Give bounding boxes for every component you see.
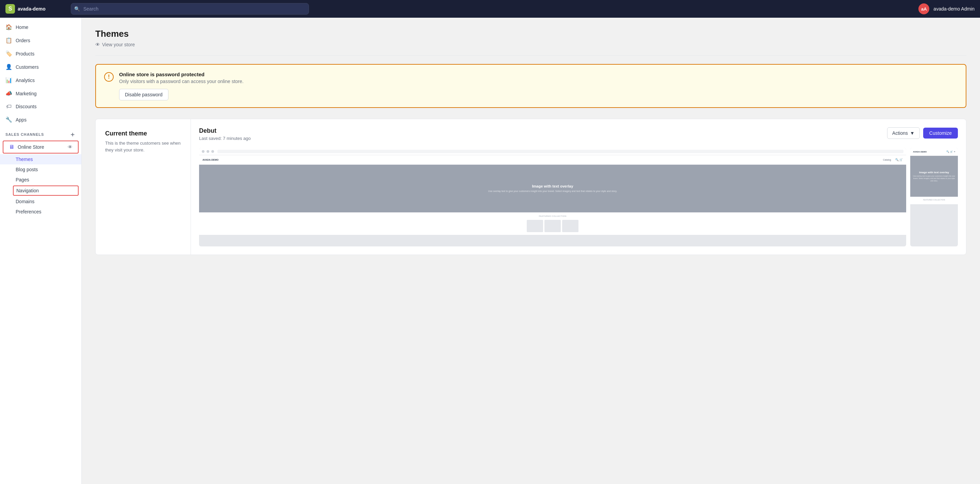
sidebar-item-label: Marketing [16,91,37,96]
warning-title: Online store is password protected [119,72,243,77]
theme-preview: Debut Last saved: 7 minutes ago Actions … [191,119,966,255]
username-label: avada-demo Admin [933,6,975,11]
chevron-down-icon: ▼ [910,131,915,136]
dot-3 [211,150,214,153]
discounts-icon: 🏷 [5,103,12,110]
mockup-product-1 [527,220,543,232]
sidebar-sub-item-blog-posts[interactable]: Blog posts [0,164,81,175]
customers-icon: 👤 [5,64,12,70]
sidebar-sub-item-pages[interactable]: Pages [0,175,81,185]
mockup-hero-title: Image with text overlay [532,184,573,188]
mockup-mobile-featured-label: FEATURED COLLECTION [913,199,955,201]
analytics-icon: 📊 [5,77,12,83]
actions-button[interactable]: Actions ▼ [887,127,920,139]
theme-info: Current theme This is the theme customer… [95,119,191,255]
mockup-products [202,220,903,232]
warning-icon: ! [104,72,114,82]
store-logo[interactable]: S avada-demo [5,4,67,14]
divider [95,56,966,56]
mockup-nav-desktop: AVADA-DEMO Catalog 🔍 🛒 [199,155,906,165]
add-sales-channel-icon[interactable]: ＋ [69,131,76,139]
mockup-mobile-hero-text: Use overlay text to give your customers … [913,175,955,182]
sidebar-item-label: Orders [16,38,30,43]
page-title: Themes [95,29,966,39]
mockup-mobile-hero: Image with text overlay Use overlay text… [910,156,958,197]
theme-name: Debut [199,127,251,134]
current-theme-description: This is the theme customers see when the… [105,140,181,153]
shopify-icon: S [5,4,15,14]
current-theme-section: Current theme This is the theme customer… [95,119,966,255]
sidebar-item-label: Customers [16,64,39,70]
search-icon: 🔍 [74,6,80,11]
online-store-icon: 🖥 [9,144,14,150]
theme-actions: Actions ▼ Customize [887,127,958,139]
sidebar-sub-item-navigation[interactable]: Navigation [13,186,79,196]
mockup-nav-links: Catalog [883,159,891,161]
apps-icon: 🔧 [5,116,12,123]
dot-1 [202,150,205,153]
warning-content: Online store is password protected Only … [119,72,243,100]
sidebar-item-customers[interactable]: 👤 Customers [0,60,81,73]
mockup-mobile-featured: FEATURED COLLECTION [910,197,958,204]
theme-mockup-container: AVADA-DEMO Catalog 🔍 🛒 Image with text o… [199,148,958,247]
mockup-featured-label: FEATURED COLLECTION [202,215,903,217]
online-store-label: Online Store [18,144,44,150]
sidebar-item-marketing[interactable]: 📣 Marketing [0,87,81,100]
sidebar-sub-item-domains[interactable]: Domains [0,196,81,207]
mockup-brand: AVADA-DEMO [202,159,218,161]
theme-mockup-desktop: AVADA-DEMO Catalog 🔍 🛒 Image with text o… [199,148,906,247]
sidebar-item-home[interactable]: 🏠 Home [0,21,81,34]
password-warning-banner: ! Online store is password protected Onl… [95,64,966,108]
main-content: Themes 👁 View your store ! Online store … [82,18,980,484]
top-navigation: S avada-demo 🔍 aA avada-demo Admin [0,0,980,18]
customize-button[interactable]: Customize [923,127,958,139]
sidebar-item-label: Apps [16,117,27,123]
mockup-mobile-brand: AVADA-DEMO [913,151,927,153]
disable-password-button[interactable]: Disable password [119,89,169,100]
theme-saved: Last saved: 7 minutes ago [199,136,251,141]
store-name: avada-demo [18,6,46,11]
mockup-mobile-hero-title: Image with text overlay [919,171,949,174]
sales-channels-label: SALES CHANNELS ＋ [0,126,81,140]
url-bar [218,150,904,153]
mockup-mobile-icons: 🔍 🛒 ≡ [946,150,955,153]
eye-icon: 👁 [95,42,100,47]
avatar[interactable]: aA [918,3,929,14]
sidebar-item-online-store[interactable]: 🖥 Online Store 👁 [3,140,79,153]
mockup-product-2 [544,220,561,232]
mockup-hero-text: Use overlay text to give your customers … [488,189,617,193]
mockup-featured-desktop: FEATURED COLLECTION [199,212,906,235]
view-store-link[interactable]: 👁 View your store [95,42,966,47]
marketing-icon: 📣 [5,90,12,97]
mockup-topbar [199,148,906,155]
sidebar-item-products[interactable]: 🏷️ Products [0,47,81,60]
sidebar: 🏠 Home 📋 Orders 🏷️ Products 👤 Customers … [0,18,82,484]
search-container: 🔍 [71,3,309,14]
search-input[interactable] [71,3,309,14]
mockup-nav-icons: 🔍 🛒 [895,158,903,161]
sidebar-sub-item-preferences[interactable]: Preferences [0,207,81,217]
sidebar-sub-item-themes[interactable]: Themes [0,154,81,164]
theme-mockup-mobile: AVADA-DEMO 🔍 🛒 ≡ Image with text overlay… [910,148,958,247]
mockup-mobile-nav: AVADA-DEMO 🔍 🛒 ≡ [910,148,958,156]
sidebar-item-label: Discounts [16,104,37,109]
current-theme-title: Current theme [105,130,181,137]
sidebar-item-label: Home [16,24,28,30]
sidebar-item-discounts[interactable]: 🏷 Discounts [0,100,81,113]
mockup-hero-desktop: Image with text overlay Use overlay text… [199,165,906,212]
sidebar-item-analytics[interactable]: 📊 Analytics [0,73,81,87]
home-icon: 🏠 [5,24,12,30]
theme-meta: Debut Last saved: 7 minutes ago [199,127,251,141]
sidebar-item-label: Products [16,51,34,56]
dot-2 [207,150,209,153]
topnav-right: aA avada-demo Admin [918,3,975,14]
products-icon: 🏷️ [5,50,12,57]
view-store-label: View your store [102,42,135,47]
sidebar-item-label: Analytics [16,78,35,83]
sidebar-item-apps[interactable]: 🔧 Apps [0,113,81,126]
orders-icon: 📋 [5,37,12,43]
theme-preview-header: Debut Last saved: 7 minutes ago Actions … [199,127,958,141]
sidebar-item-orders[interactable]: 📋 Orders [0,34,81,47]
mockup-product-3 [562,220,579,232]
eye-icon[interactable]: 👁 [68,144,73,150]
